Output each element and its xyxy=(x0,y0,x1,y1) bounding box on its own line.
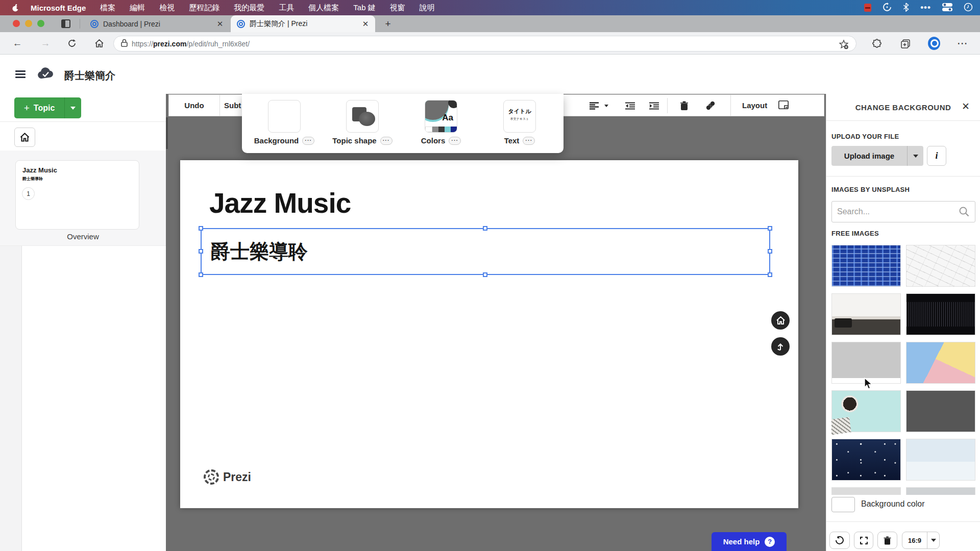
selection-handle[interactable] xyxy=(768,272,772,277)
time-machine-icon[interactable] xyxy=(883,3,892,13)
window-close-button[interactable] xyxy=(13,20,20,27)
extensions-icon[interactable] xyxy=(871,37,883,49)
upload-info-button[interactable]: i xyxy=(927,146,946,166)
delete-background-button[interactable] xyxy=(877,532,897,549)
free-image-white-marble[interactable] xyxy=(906,245,975,287)
selection-handle[interactable] xyxy=(199,226,203,231)
slide[interactable]: Jazz Music 爵士樂導聆 Prezi xyxy=(180,160,798,508)
close-tab-icon[interactable]: ✕ xyxy=(361,19,370,29)
indent-icon[interactable] xyxy=(647,99,660,112)
refresh-icon[interactable] xyxy=(66,37,78,49)
outdent-icon[interactable] xyxy=(623,99,636,112)
clock-icon[interactable] xyxy=(964,3,973,13)
reset-background-button[interactable] xyxy=(829,532,850,549)
add-topic-button[interactable]: +Topic xyxy=(14,97,81,118)
free-image-teal-desk-coffee[interactable] xyxy=(831,390,901,432)
overview-label[interactable]: Overview xyxy=(0,232,166,241)
fullscreen-preview-button[interactable] xyxy=(854,532,873,549)
new-tab-button[interactable]: + xyxy=(382,18,394,30)
browser-more-icon[interactable]: ⋯ xyxy=(957,37,969,49)
more-options-icon[interactable]: ··· xyxy=(449,137,461,145)
profile-avatar[interactable] xyxy=(928,37,940,49)
more-options-icon[interactable]: ··· xyxy=(380,137,393,145)
presentation-title[interactable]: 爵士樂簡介 xyxy=(64,69,115,83)
background-color-swatch[interactable] xyxy=(831,497,855,512)
style-background-item[interactable]: Background··· xyxy=(249,100,320,145)
menu-window[interactable]: 視窗 xyxy=(383,3,412,13)
selected-text-box[interactable]: 爵士樂導聆 xyxy=(201,228,770,275)
more-options-icon[interactable]: ··· xyxy=(302,137,314,145)
menubar-app-name[interactable]: Microsoft Edge xyxy=(23,4,93,12)
aspect-ratio-button[interactable]: 16:9 xyxy=(902,532,940,549)
canvas-scrollbar[interactable] xyxy=(166,117,168,149)
layout-button[interactable]: Layout xyxy=(730,95,789,116)
free-image-bright-interior[interactable] xyxy=(831,293,901,335)
bluetooth-icon[interactable] xyxy=(903,3,909,13)
selection-handle[interactable] xyxy=(483,226,487,231)
free-image-partial[interactable] xyxy=(831,487,901,495)
tab-overview-icon[interactable] xyxy=(61,19,70,28)
go-up-level-button[interactable] xyxy=(771,337,790,356)
window-minimize-button[interactable] xyxy=(25,20,32,27)
apple-menu-icon[interactable] xyxy=(11,4,19,12)
selection-handle[interactable] xyxy=(199,272,203,277)
free-image-stock-market-numbers[interactable] xyxy=(831,245,901,287)
style-text-item[interactable]: タイトル 本文テキスト Text··· xyxy=(484,100,555,145)
align-dropdown-icon[interactable] xyxy=(603,99,610,112)
hamburger-menu-icon[interactable] xyxy=(15,70,26,78)
menu-view[interactable]: 檢視 xyxy=(152,3,182,13)
ssl-lock-icon[interactable] xyxy=(121,39,128,49)
home-icon[interactable] xyxy=(93,37,105,49)
menu-favorites[interactable]: 我的最愛 xyxy=(227,3,272,13)
back-icon[interactable]: ← xyxy=(11,37,23,49)
image-search-box[interactable] xyxy=(831,201,975,222)
window-zoom-button[interactable] xyxy=(37,20,44,27)
editor-canvas[interactable]: Undo Subt Layout Jazz Music 爵士樂導聆 xyxy=(166,94,827,551)
free-image-pastel-geometric[interactable] xyxy=(906,342,975,384)
menu-help[interactable]: 說明 xyxy=(412,3,442,13)
control-center-icon[interactable] xyxy=(942,3,952,13)
forward-icon[interactable]: → xyxy=(39,37,52,49)
free-image-partial[interactable] xyxy=(906,487,975,495)
menubar-more-icon[interactable]: ••• xyxy=(920,3,931,13)
upload-dropdown[interactable] xyxy=(907,146,923,166)
free-image-starry-night-sky[interactable] xyxy=(831,439,901,481)
selection-handle[interactable] xyxy=(483,272,487,277)
topic-thumbnail-card[interactable]: Jazz Music 爵士樂導聆 1 xyxy=(15,160,139,230)
tab-current-presentation[interactable]: 爵士樂簡介 | Prezi ✕ xyxy=(231,15,375,32)
upload-image-button[interactable]: Upload image xyxy=(831,146,923,166)
free-image-dark-static[interactable] xyxy=(906,293,975,335)
style-topic-shape-item[interactable]: Topic shape··· xyxy=(327,100,398,145)
collections-icon[interactable] xyxy=(900,37,912,49)
slide-title[interactable]: Jazz Music xyxy=(209,187,351,219)
zoom-to-overview-button[interactable] xyxy=(771,311,790,330)
align-left-icon[interactable] xyxy=(587,99,601,112)
overview-home-button[interactable] xyxy=(14,128,35,147)
free-image-pale-seascape[interactable] xyxy=(906,439,975,481)
selection-handle[interactable] xyxy=(768,226,772,231)
menu-tab[interactable]: Tab 鍵 xyxy=(346,3,382,13)
trash-icon[interactable] xyxy=(677,99,691,112)
tab-dashboard[interactable]: Dashboard | Prezi ✕ xyxy=(84,15,230,32)
favorite-star-icon[interactable] xyxy=(839,39,849,52)
need-help-button[interactable]: Need help ? xyxy=(712,532,787,551)
menu-history[interactable]: 歷程記錄 xyxy=(182,3,227,13)
aspect-ratio-dropdown[interactable] xyxy=(927,532,939,548)
style-colors-item[interactable]: Aa Colors··· xyxy=(405,100,477,145)
close-tab-icon[interactable]: ✕ xyxy=(215,19,225,29)
more-options-icon[interactable]: ··· xyxy=(523,137,535,145)
topic-shape-thumbnail[interactable] xyxy=(346,100,379,133)
selection-handle[interactable] xyxy=(768,249,772,254)
screen-record-indicator-icon[interactable] xyxy=(864,4,871,12)
menu-file[interactable]: 檔案 xyxy=(93,3,122,13)
menu-tools[interactable]: 工具 xyxy=(272,3,301,13)
slide-subtitle[interactable]: 爵士樂導聆 xyxy=(211,239,308,265)
text-thumbnail[interactable]: タイトル 本文テキスト xyxy=(503,100,536,133)
image-search-input[interactable] xyxy=(837,202,954,222)
colors-thumbnail[interactable]: Aa xyxy=(425,100,457,133)
menu-profiles[interactable]: 個人檔案 xyxy=(301,3,346,13)
background-thumbnail[interactable] xyxy=(268,100,301,133)
menu-edit[interactable]: 編輯 xyxy=(122,3,152,13)
address-bar[interactable]: https://prezi.com/p/edit/ruh_rnl6x8et/ xyxy=(113,36,856,52)
free-image-dark-gray[interactable] xyxy=(906,390,975,432)
